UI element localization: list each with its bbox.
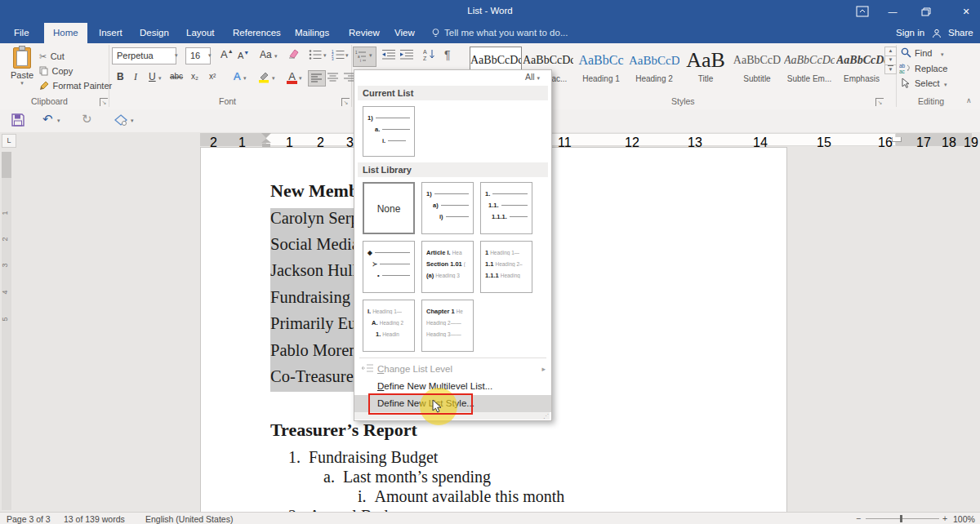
numbering-button[interactable]: 123 xyxy=(332,49,345,60)
word-count[interactable]: 13 of 139 words xyxy=(64,514,125,524)
hanging-indent-marker[interactable] xyxy=(261,139,271,143)
style-card-heading1[interactable]: AaBbCc xyxy=(576,47,626,73)
menu-change-list-level[interactable]: Change List Level ▸ xyxy=(354,361,551,377)
grow-font-button[interactable]: A▲ xyxy=(220,48,234,60)
zoom-out-button[interactable]: − xyxy=(856,513,861,523)
dropdown-resize-grip[interactable]: ⋰ xyxy=(543,413,549,420)
font-family-caret[interactable]: ▾ xyxy=(175,52,178,59)
format-painter-button[interactable]: Format Painter xyxy=(39,78,112,92)
style-card-subtle-emphasis[interactable]: AaBbCcDc xyxy=(784,47,835,73)
tell-me-box[interactable]: Tell me what you want to do... xyxy=(444,28,568,38)
zoom-slider-track[interactable] xyxy=(866,518,939,519)
font-family-combo[interactable]: Perpetua xyxy=(112,47,176,64)
tab-file[interactable]: File xyxy=(5,23,38,43)
close-button[interactable]: ✕ xyxy=(952,0,980,23)
menu-define-new-multilevel-list[interactable]: Define New Multilevel List... xyxy=(354,378,551,395)
ribbon-display-options-icon[interactable] xyxy=(856,5,869,18)
italic-button[interactable]: I xyxy=(134,71,137,83)
first-line-indent-marker[interactable] xyxy=(261,133,271,138)
hruler-right-margin[interactable] xyxy=(896,133,972,146)
underline-button[interactable]: U xyxy=(149,71,156,82)
subscript-button[interactable]: x₂ xyxy=(191,72,198,81)
minimize-button[interactable]: — xyxy=(879,0,906,23)
redo-icon[interactable]: ↻ xyxy=(82,112,92,127)
tab-review[interactable]: Review xyxy=(340,23,389,43)
numbering-caret[interactable]: ▾ xyxy=(345,52,349,59)
highlight-button[interactable] xyxy=(257,71,270,83)
undo-caret[interactable]: ▾ xyxy=(57,118,60,124)
tab-references[interactable]: References xyxy=(224,23,290,43)
language-indicator[interactable]: English (United States) xyxy=(145,514,233,524)
list-style-numbered-paren[interactable]: 1) a) i) xyxy=(421,182,474,234)
gallery-filter-dropdown[interactable]: All ▾ xyxy=(525,72,540,82)
underline-caret[interactable]: ▾ xyxy=(158,75,162,82)
styles-more-button[interactable]: ▼ xyxy=(884,64,897,74)
show-paragraph-marks-button[interactable]: ¶ xyxy=(444,48,451,61)
tab-selector[interactable]: L xyxy=(2,134,16,148)
collapse-ribbon-button[interactable]: ∧ xyxy=(966,96,972,104)
font-size-combo[interactable]: 16 xyxy=(185,47,211,64)
undo-icon[interactable]: ↶ xyxy=(42,112,53,127)
paste-button[interactable]: Paste ▾ xyxy=(7,47,38,90)
list-style-decimal-headings[interactable]: 1Heading 1— 1.1Heading 2– 1.1.1Heading xyxy=(480,241,532,293)
find-caret[interactable]: ▾ xyxy=(941,51,944,58)
list-style-chapter-headings[interactable]: Chapter 1He Heading 2—— Heading 3—— xyxy=(421,300,474,352)
find-button[interactable]: Find xyxy=(915,48,932,58)
tab-layout[interactable]: Layout xyxy=(177,23,224,43)
list-style-bullets[interactable]: ◆ ≻ • xyxy=(363,241,415,293)
tab-home[interactable]: Home xyxy=(44,23,87,43)
text-effects-caret[interactable]: ▾ xyxy=(243,75,247,82)
page-indicator[interactable]: Page 3 of 3 xyxy=(7,514,51,524)
font-dialog-launcher[interactable]: ↘ xyxy=(341,98,350,106)
zoom-slider-thumb[interactable] xyxy=(900,515,902,522)
cut-button[interactable]: ✂ Cut xyxy=(39,48,65,63)
multilevel-list-button[interactable]: 1ai xyxy=(353,47,376,67)
tab-view[interactable]: View xyxy=(385,23,424,43)
draw-shape-icon[interactable] xyxy=(114,114,127,126)
list-style-article-section[interactable]: Article I.Hea Section 1.01( (a)Heading 3 xyxy=(421,241,474,293)
bold-button[interactable]: B xyxy=(117,71,124,82)
clipboard-dialog-launcher[interactable]: ↘ xyxy=(100,98,108,106)
font-size-caret[interactable]: ▾ xyxy=(208,52,212,59)
copy-button[interactable]: Copy xyxy=(39,63,73,78)
right-indent-marker[interactable] xyxy=(892,137,902,142)
replace-button[interactable]: Replace xyxy=(915,64,947,73)
select-button[interactable]: Select xyxy=(915,78,940,88)
save-icon[interactable] xyxy=(11,113,24,127)
bullets-button[interactable] xyxy=(309,49,322,60)
style-card-heading2[interactable]: AaBbCcD xyxy=(629,47,679,73)
styles-dialog-launcher[interactable]: ↘ xyxy=(875,98,884,106)
current-list-item[interactable]: 1) a. i. xyxy=(363,106,415,157)
list-style-roman-headings[interactable]: I.Heading 1— A.Heading 2 1.Headin xyxy=(363,300,415,352)
zoom-in-button[interactable]: + xyxy=(942,513,947,523)
zoom-level[interactable]: 100% xyxy=(953,514,975,524)
sign-in-button[interactable]: Sign in xyxy=(887,23,933,43)
list-style-none[interactable]: None xyxy=(363,182,415,234)
restore-button[interactable] xyxy=(921,7,931,16)
tab-mailings[interactable]: Mailings xyxy=(286,23,338,43)
align-center-button[interactable] xyxy=(327,73,338,82)
highlight-caret[interactable]: ▾ xyxy=(272,75,275,82)
bullets-caret[interactable]: ▾ xyxy=(323,52,327,59)
align-left-button[interactable] xyxy=(308,70,326,87)
style-card-title[interactable]: AaB xyxy=(680,47,731,73)
vertical-ruler[interactable] xyxy=(2,152,11,510)
font-color-caret[interactable]: ▾ xyxy=(299,75,302,82)
multilevel-list-caret[interactable]: ▾ xyxy=(369,52,372,59)
share-button[interactable]: Share xyxy=(939,23,980,43)
shrink-font-button[interactable]: A▼ xyxy=(238,50,249,60)
superscript-button[interactable]: x² xyxy=(209,72,216,81)
tab-insert[interactable]: Insert xyxy=(90,23,131,43)
tab-design[interactable]: Design xyxy=(131,23,178,43)
change-case-button[interactable]: Aa ▾ xyxy=(260,49,278,60)
strikethrough-button[interactable]: abc xyxy=(170,72,183,81)
style-card-subtitle[interactable]: AaBbCcD xyxy=(732,47,782,73)
decrease-indent-button[interactable] xyxy=(382,49,395,60)
increase-indent-button[interactable] xyxy=(400,49,413,60)
draw-shape-caret[interactable]: ▾ xyxy=(131,118,134,124)
clear-formatting-icon[interactable] xyxy=(287,48,300,60)
select-caret[interactable]: ▾ xyxy=(944,82,947,88)
font-color-button[interactable]: A xyxy=(287,70,297,84)
sort-button[interactable]: AZ xyxy=(423,48,436,60)
list-style-decimal[interactable]: 1. 1.1. 1.1.1. xyxy=(480,182,532,234)
